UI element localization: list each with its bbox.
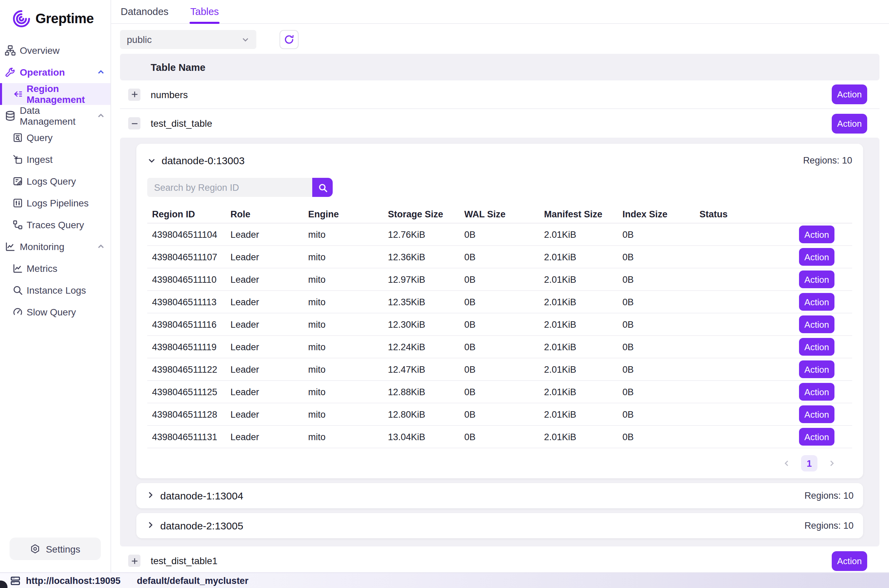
region-id-cell: 4398046511122 xyxy=(152,364,230,374)
col-wal-size: WAL Size xyxy=(464,209,544,219)
action-button[interactable]: Action xyxy=(832,114,867,133)
datanodes-panel: datanode-0:13003 Regions: 10 xyxy=(120,138,880,546)
cluster-name: default/default_mycluster xyxy=(137,575,248,586)
action-button[interactable]: Action xyxy=(799,248,835,266)
engine-cell: mito xyxy=(308,342,388,352)
wal-cell: 0B xyxy=(464,364,544,374)
region-id-cell: 4398046511107 xyxy=(152,252,230,262)
database-select[interactable]: public xyxy=(120,30,256,49)
region-id-cell: 4398046511110 xyxy=(152,274,230,285)
sidebar-item-label: Instance Logs xyxy=(27,285,86,296)
tab-tables[interactable]: Tables xyxy=(189,0,219,23)
pagination-prev-icon[interactable] xyxy=(782,459,791,467)
engine-cell: mito xyxy=(308,274,388,285)
expand-toggle[interactable] xyxy=(128,88,140,100)
chevron-up-icon[interactable] xyxy=(97,68,105,76)
sidebar-item-logs-query[interactable]: Logs Query xyxy=(0,170,110,192)
manifest-cell: 2.01KiB xyxy=(544,342,622,352)
sidebar-item-instance-logs[interactable]: Instance Logs xyxy=(0,279,110,301)
datanode-card[interactable]: datanode-1:13004 Regions: 10 xyxy=(136,483,863,508)
storage-cell: 12.30KiB xyxy=(388,319,464,329)
tab-datanodes[interactable]: Datanodes xyxy=(120,0,169,23)
plus-icon xyxy=(131,91,138,98)
sidebar-item-query[interactable]: Query xyxy=(0,127,110,148)
wal-cell: 0B xyxy=(464,297,544,307)
region-table: Region ID Role Engine Storage Size WAL S… xyxy=(147,205,852,448)
engine-cell: mito xyxy=(308,229,388,240)
datanode-card: datanode-0:13003 Regions: 10 xyxy=(136,144,863,478)
action-button[interactable]: Action xyxy=(799,383,835,400)
storage-cell: 12.47KiB xyxy=(388,364,464,374)
regions-count: Regions: 10 xyxy=(805,490,853,501)
action-button[interactable]: Action xyxy=(799,293,835,311)
region-id-cell: 4398046511128 xyxy=(152,409,230,419)
action-button[interactable]: Action xyxy=(799,338,835,356)
action-button[interactable]: Action xyxy=(832,551,867,571)
manifest-cell: 2.01KiB xyxy=(544,319,622,329)
region-id-cell: 4398046511104 xyxy=(152,229,230,240)
datanode-name: datanode-0:13003 xyxy=(162,154,245,166)
sidebar-item-logs-pipelines[interactable]: Logs Pipelines xyxy=(0,192,110,214)
manifest-cell: 2.01KiB xyxy=(544,409,622,419)
chart-line-icon xyxy=(5,241,16,252)
chevron-down-icon xyxy=(241,35,249,44)
pagination-next-icon[interactable] xyxy=(827,459,836,467)
datanode-card[interactable]: datanode-2:13005 Regions: 10 xyxy=(136,513,863,538)
region-search-input[interactable] xyxy=(147,178,312,197)
magnifier-icon xyxy=(12,285,23,296)
sidebar-item-ingest[interactable]: Ingest xyxy=(0,148,110,170)
wal-cell: 0B xyxy=(464,342,544,352)
engine-cell: mito xyxy=(308,432,388,442)
chevron-up-icon[interactable] xyxy=(97,243,105,251)
sidebar-item-slow-query[interactable]: Slow Query xyxy=(0,301,110,323)
sidebar-item-region-management[interactable]: Region Management xyxy=(0,83,110,105)
action-button[interactable]: Action xyxy=(799,428,835,446)
tab-bar: Datanodes Tables xyxy=(111,0,889,24)
wal-cell: 0B xyxy=(464,274,544,285)
action-button[interactable]: Action xyxy=(799,270,835,288)
sidebar-item-metrics[interactable]: Metrics xyxy=(0,258,110,279)
wal-cell: 0B xyxy=(464,319,544,329)
action-button[interactable]: Action xyxy=(799,405,835,423)
sidebar-item-label: Query xyxy=(27,132,53,143)
datanode-name: datanode-1:13004 xyxy=(160,490,243,501)
col-role: Role xyxy=(230,209,308,219)
table-row: test_dist_table1 Action xyxy=(120,546,880,572)
sidebar-item-monitoring[interactable]: Monitoring xyxy=(0,236,110,258)
expand-toggle[interactable] xyxy=(128,555,140,567)
table-row: test_dist_table Action xyxy=(120,109,880,138)
refresh-button[interactable] xyxy=(279,30,299,49)
collapse-toggle[interactable] xyxy=(128,117,140,129)
manifest-cell: 2.01KiB xyxy=(544,364,622,374)
sitemap-icon xyxy=(5,45,16,56)
role-cell: Leader xyxy=(230,364,308,374)
sidebar-item-label: Traces Query xyxy=(27,219,84,230)
sidebar-item-overview[interactable]: Overview xyxy=(0,39,110,62)
chevron-up-icon[interactable] xyxy=(97,112,105,120)
brand-logo: Greptime xyxy=(0,0,110,35)
sidebar-item-traces-query[interactable]: Traces Query xyxy=(0,214,110,236)
region-search-button[interactable] xyxy=(312,178,333,197)
chevron-right-icon xyxy=(146,489,155,502)
region-row: 4398046511128 Leader mito 12.80KiB 0B 2.… xyxy=(147,404,852,426)
sidebar-item-operation[interactable]: Operation xyxy=(0,62,110,83)
action-button[interactable]: Action xyxy=(799,315,835,333)
datanode-header[interactable]: datanode-0:13003 Regions: 10 xyxy=(147,148,852,172)
action-button[interactable]: Action xyxy=(799,225,835,243)
sidebar-item-label: Logs Pipelines xyxy=(27,198,89,208)
table-row: numbers Action xyxy=(120,80,880,109)
chevron-down-icon xyxy=(147,156,156,165)
pagination-page-1[interactable]: 1 xyxy=(801,455,817,471)
table-name: numbers xyxy=(151,89,188,100)
server-icon xyxy=(10,575,21,586)
region-row: 4398046511116 Leader mito 12.30KiB 0B 2.… xyxy=(147,314,852,336)
settings-button[interactable]: Settings xyxy=(9,538,101,560)
engine-cell: mito xyxy=(308,252,388,262)
manifest-cell: 2.01KiB xyxy=(544,387,622,397)
sidebar-item-data-management[interactable]: Data Management xyxy=(0,105,110,127)
role-cell: Leader xyxy=(230,229,308,240)
engine-cell: mito xyxy=(308,319,388,329)
action-button[interactable]: Action xyxy=(832,84,867,104)
action-button[interactable]: Action xyxy=(799,360,835,378)
sidebar-item-label: Ingest xyxy=(27,154,53,165)
